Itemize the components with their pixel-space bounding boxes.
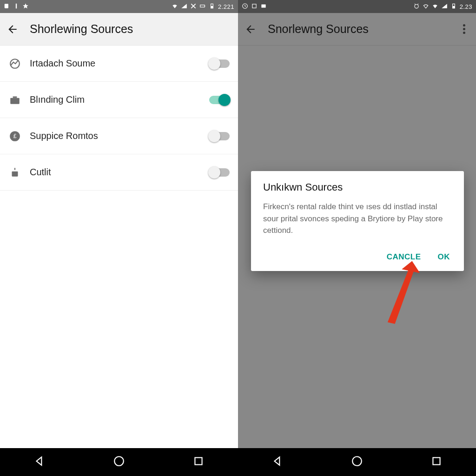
svg-rect-0 (5, 4, 8, 8)
dialog: Unkıkwn Sources Firkecn's rental ralde t… (251, 171, 464, 271)
nav-recent-icon[interactable] (430, 455, 443, 469)
list-item[interactable]: Irtadach Soume (0, 46, 238, 82)
svg-rect-18 (195, 457, 202, 464)
badge-icon: £ (8, 130, 21, 143)
svg-rect-7 (211, 6, 213, 8)
box-icon (251, 3, 258, 11)
wifi-icon (172, 3, 178, 11)
overflow-menu[interactable] (458, 24, 469, 34)
battery-icon (209, 3, 215, 11)
svg-text:£: £ (13, 133, 17, 139)
svg-rect-10 (13, 96, 17, 98)
app-bar: Shorlewing Sources (0, 13, 238, 46)
toggle-switch[interactable] (209, 168, 230, 177)
svg-rect-20 (252, 4, 256, 7)
svg-rect-25 (452, 6, 455, 8)
svg-rect-29 (433, 457, 440, 464)
svg-marker-16 (37, 457, 42, 465)
phone-right: 2.23 Snorlewng Sources Unkıkwn Sources F… (238, 0, 476, 476)
alarm-icon (413, 3, 420, 11)
list-item[interactable]: Blınding Clim (0, 82, 238, 118)
status-time: 2.23 (460, 3, 472, 10)
wifi-icon (423, 3, 429, 11)
status-time: 2.221 (218, 3, 234, 10)
svg-rect-5 (205, 5, 205, 6)
toggle-switch[interactable] (209, 132, 230, 140)
content: Unkıkwn Sources Firkecn's rental ralde t… (238, 46, 476, 448)
app-bar: Snorlewng Sources (238, 13, 476, 46)
card-icon (260, 3, 267, 11)
ok-button[interactable]: OK (436, 250, 452, 264)
cross-icon (190, 3, 197, 11)
content: Irtadach Soume Blınding Clim £ Suppice R… (0, 46, 238, 448)
svg-rect-9 (10, 98, 20, 104)
list-item-label: Irtadach Soume (30, 58, 95, 69)
nav-back-icon[interactable] (271, 455, 284, 469)
signal-icon (441, 3, 448, 11)
globe-icon (8, 57, 21, 70)
svg-rect-13 (12, 171, 18, 176)
cancel-button[interactable]: CANCLE (385, 250, 423, 264)
nav-bar (0, 448, 238, 476)
list-item-label: Blınding Clim (30, 94, 85, 105)
svg-point-28 (352, 456, 362, 466)
svg-point-22 (415, 4, 418, 8)
arrow-annotation (382, 259, 419, 338)
page-title: Snorlewng Sources (268, 22, 369, 36)
battery-icon (450, 3, 457, 11)
nav-back-icon[interactable] (33, 455, 46, 469)
toggle-switch[interactable] (209, 60, 230, 68)
nav-bar (238, 448, 476, 476)
wifi-full-icon (432, 3, 438, 11)
back-button[interactable] (7, 23, 19, 35)
svg-marker-27 (275, 457, 280, 465)
briefcase-icon (8, 93, 21, 106)
star-icon (22, 3, 29, 11)
charge-icon (199, 3, 206, 11)
back-button[interactable] (245, 23, 257, 35)
settings-list: Irtadach Soume Blınding Clim £ Suppice R… (0, 46, 238, 191)
nav-recent-icon[interactable] (192, 455, 205, 469)
svg-marker-23 (442, 4, 447, 8)
nav-home-icon[interactable] (351, 455, 363, 469)
svg-rect-1 (16, 3, 17, 8)
status-bar: 2.221 (0, 0, 238, 13)
dialog-body: Firkecn's rental ralde thint ve ıses dd … (263, 201, 452, 237)
svg-rect-15 (14, 168, 15, 170)
signal-icon (181, 3, 187, 11)
lock-icon (8, 166, 21, 179)
svg-marker-2 (23, 3, 28, 8)
toggle-switch[interactable] (209, 96, 230, 104)
svg-point-17 (114, 456, 124, 466)
clock-icon (242, 3, 248, 11)
phone-left: 2.221 Shorlewing Sources Irtadach Soume … (0, 0, 238, 476)
page-title: Shorlewing Sources (30, 22, 133, 36)
status-bar: 2.23 (238, 0, 476, 13)
svg-rect-4 (200, 5, 205, 7)
list-item-label: Cutlit (30, 167, 51, 178)
svg-rect-21 (261, 4, 265, 7)
svg-marker-3 (181, 4, 187, 8)
list-item-label: Suppice Romtos (30, 131, 98, 141)
notif-icon (4, 3, 10, 11)
info-icon (13, 3, 20, 11)
dialog-actions: CANCLE OK (263, 250, 452, 264)
list-item[interactable]: £ Suppice Romtos (0, 118, 238, 154)
list-item[interactable]: Cutlit (0, 154, 238, 191)
nav-home-icon[interactable] (113, 455, 125, 469)
dialog-title: Unkıkwn Sources (263, 181, 452, 193)
